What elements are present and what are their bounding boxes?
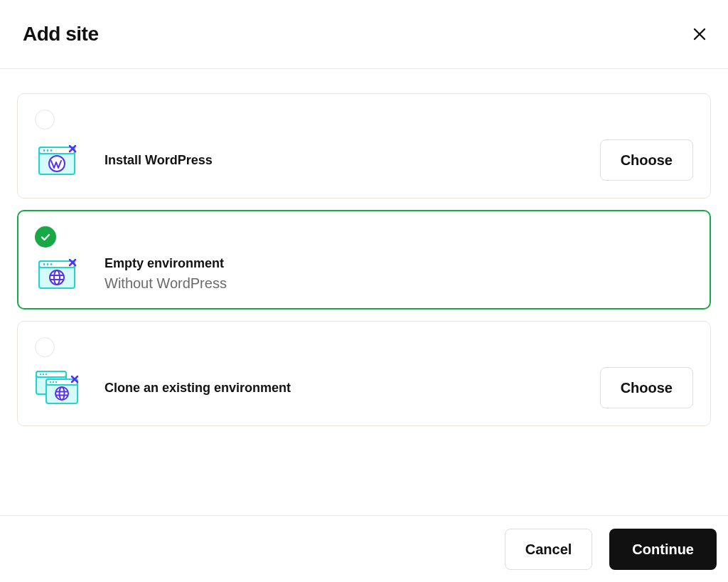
svg-point-28 bbox=[55, 381, 57, 383]
checkmark-icon bbox=[40, 231, 51, 243]
svg-point-13 bbox=[50, 270, 64, 285]
svg-point-27 bbox=[53, 381, 54, 383]
option-body: Clone an existing environment Choose bbox=[35, 367, 693, 408]
modal-footer: Cancel Continue bbox=[0, 515, 728, 570]
svg-point-23 bbox=[46, 374, 47, 375]
choose-button[interactable]: Choose bbox=[600, 367, 693, 408]
option-subtitle: Without WordPress bbox=[105, 275, 693, 292]
page-title: Add site bbox=[23, 23, 98, 46]
option-title: Clone an existing environment bbox=[105, 381, 576, 396]
svg-point-2 bbox=[43, 149, 46, 152]
option-body: Install WordPress Choose bbox=[35, 139, 693, 181]
svg-point-10 bbox=[43, 263, 46, 265]
svg-point-21 bbox=[40, 374, 41, 375]
close-button[interactable] bbox=[688, 23, 711, 46]
option-radio-row bbox=[35, 337, 693, 360]
option-clone-environment[interactable]: Clone an existing environment Choose bbox=[17, 321, 711, 426]
option-title: Install WordPress bbox=[105, 153, 576, 168]
option-body: Empty environment Without WordPress bbox=[35, 256, 693, 292]
svg-point-12 bbox=[50, 263, 53, 265]
svg-point-3 bbox=[47, 149, 49, 152]
option-radio-row bbox=[35, 110, 693, 132]
option-empty-environment[interactable]: Empty environment Without WordPress bbox=[17, 210, 711, 309]
svg-point-26 bbox=[50, 381, 51, 383]
continue-button[interactable]: Continue bbox=[609, 529, 717, 570]
radio-unchecked[interactable] bbox=[35, 110, 55, 129]
option-radio-row bbox=[35, 226, 693, 249]
close-icon bbox=[693, 28, 706, 41]
choose-button[interactable]: Choose bbox=[600, 139, 693, 181]
option-title: Empty environment bbox=[105, 256, 693, 271]
radio-checked[interactable] bbox=[35, 226, 56, 248]
svg-point-11 bbox=[47, 263, 49, 265]
options-list: Install WordPress Choose bbox=[0, 69, 728, 426]
modal-header: Add site bbox=[0, 0, 728, 69]
option-text: Clone an existing environment bbox=[105, 381, 576, 396]
option-text: Install WordPress bbox=[105, 153, 576, 168]
cancel-button[interactable]: Cancel bbox=[505, 529, 593, 570]
globe-browser-icon bbox=[35, 257, 80, 291]
option-text: Empty environment Without WordPress bbox=[105, 256, 693, 292]
clone-browser-icon bbox=[35, 369, 80, 406]
wordpress-browser-icon bbox=[35, 143, 80, 177]
svg-point-4 bbox=[50, 149, 53, 152]
radio-unchecked[interactable] bbox=[35, 337, 55, 357]
option-install-wordpress[interactable]: Install WordPress Choose bbox=[17, 93, 711, 199]
svg-point-29 bbox=[55, 387, 68, 400]
svg-point-22 bbox=[43, 374, 44, 375]
